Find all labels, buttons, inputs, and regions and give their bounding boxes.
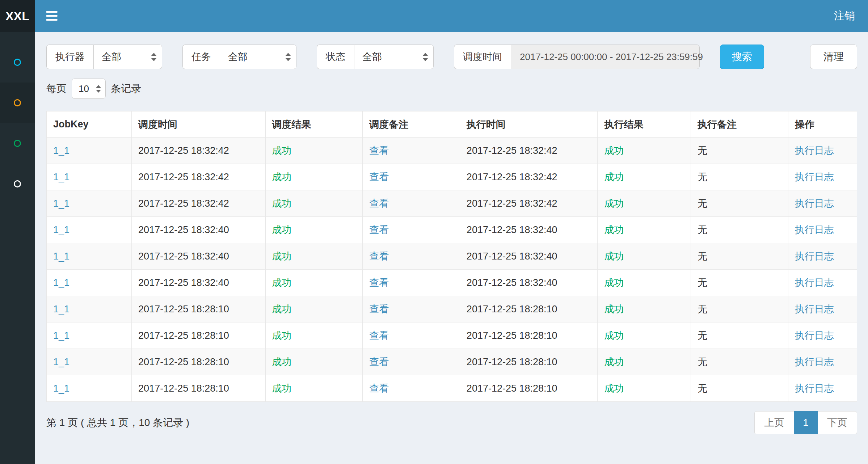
page-size-select[interactable]: 10: [72, 79, 106, 99]
trigger-result-cell: 成功: [272, 383, 292, 394]
status-select[interactable]: 全部: [354, 45, 434, 69]
clear-button[interactable]: 清理: [810, 45, 857, 69]
column-header-1[interactable]: JobKey: [47, 111, 132, 138]
handle-result-cell: 成功: [604, 383, 624, 394]
sidebar-toggle-button[interactable]: [35, 0, 69, 32]
jobkey-link[interactable]: 1_1: [53, 277, 69, 288]
handle-time-cell: 2017-12-25 18:28:10: [467, 383, 557, 394]
handle-result-cell: 成功: [604, 357, 624, 367]
sidebar-item-4[interactable]: [0, 164, 35, 204]
job-label: 任务: [182, 45, 220, 69]
schedule-time-label: 调度时间: [454, 45, 511, 69]
table-row: 1_12017-12-25 18:32:40成功查看2017-12-25 18:…: [47, 217, 857, 243]
handle-msg-cell: 无: [698, 383, 707, 394]
jobkey-link[interactable]: 1_1: [53, 198, 69, 209]
trigger-time-cell: 2017-12-25 18:28:10: [138, 357, 229, 367]
trigger-result-cell: 成功: [272, 330, 292, 341]
jobkey-link[interactable]: 1_1: [53, 330, 69, 341]
handle-msg-cell: 无: [698, 304, 707, 315]
handle-time-cell: 2017-12-25 18:28:10: [467, 357, 557, 367]
handle-time-cell: 2017-12-25 18:32:40: [467, 277, 557, 288]
handle-time-cell: 2017-12-25 18:32:42: [467, 198, 557, 209]
trigger-result-cell: 成功: [272, 251, 292, 262]
trigger-result-cell: 成功: [272, 198, 292, 209]
handle-msg-cell: 无: [698, 224, 707, 235]
trigger-msg-link[interactable]: 查看: [369, 172, 389, 182]
column-header-8[interactable]: 操作: [788, 111, 857, 138]
trigger-time-cell: 2017-12-25 18:28:10: [138, 383, 229, 394]
jobkey-link[interactable]: 1_1: [53, 383, 69, 394]
execution-log-link[interactable]: 执行日志: [795, 304, 834, 315]
schedule-time-value: 2017-12-25 00:00:00 - 2017-12-25 23:59:5…: [520, 51, 703, 63]
table-row: 1_12017-12-25 18:28:10成功查看2017-12-25 18:…: [47, 349, 857, 375]
trigger-time-cell: 2017-12-25 18:32:40: [138, 224, 229, 235]
trigger-time-cell: 2017-12-25 18:32:42: [138, 145, 229, 156]
trigger-msg-link[interactable]: 查看: [369, 198, 389, 209]
log-table-body: 1_12017-12-25 18:32:42成功查看2017-12-25 18:…: [47, 138, 857, 402]
sidebar-item-3[interactable]: [0, 123, 35, 164]
table-row: 1_12017-12-25 18:32:40成功查看2017-12-25 18:…: [47, 243, 857, 270]
hamburger-icon: [46, 15, 58, 17]
execution-log-link[interactable]: 执行日志: [795, 145, 834, 156]
sidebar-item-1[interactable]: [0, 42, 35, 83]
column-header-7[interactable]: 执行备注: [691, 111, 788, 138]
handle-msg-cell: 无: [698, 172, 707, 182]
executor-filter-group: 执行器 全部: [46, 45, 162, 69]
execution-log-link[interactable]: 执行日志: [795, 383, 834, 394]
log-table-header-row: JobKey调度时间调度结果调度备注执行时间执行结果执行备注操作: [47, 111, 857, 138]
trigger-msg-link[interactable]: 查看: [369, 357, 389, 367]
jobkey-link[interactable]: 1_1: [53, 224, 69, 235]
handle-result-cell: 成功: [604, 172, 624, 182]
execution-log-link[interactable]: 执行日志: [795, 172, 834, 182]
jobkey-link[interactable]: 1_1: [53, 357, 69, 367]
status-select-value: 全部: [362, 50, 382, 63]
trigger-msg-link[interactable]: 查看: [369, 330, 389, 341]
logout-link[interactable]: 注销: [821, 0, 868, 32]
job-filter-group: 任务 全部: [182, 45, 296, 69]
trigger-msg-link[interactable]: 查看: [369, 251, 389, 262]
column-header-3[interactable]: 调度结果: [265, 111, 363, 138]
brand-logo[interactable]: XXL: [0, 0, 35, 32]
search-button[interactable]: 搜索: [720, 45, 764, 69]
filter-bar: 执行器 全部 任务 全部 状态 全部 调度时间 2017-12-25 00:00…: [46, 45, 857, 69]
executor-label: 执行器: [46, 45, 93, 69]
trigger-time-cell: 2017-12-25 18:28:10: [138, 304, 229, 315]
trigger-msg-link[interactable]: 查看: [369, 224, 389, 235]
column-header-4[interactable]: 调度备注: [363, 111, 460, 138]
handle-time-cell: 2017-12-25 18:28:10: [467, 304, 557, 315]
execution-log-link[interactable]: 执行日志: [795, 198, 834, 209]
schedule-time-input[interactable]: 2017-12-25 00:00:00 - 2017-12-25 23:59:5…: [511, 45, 700, 69]
trigger-msg-link[interactable]: 查看: [369, 145, 389, 156]
circle-icon: [14, 99, 21, 106]
page-number-button[interactable]: 1: [794, 411, 818, 434]
trigger-result-cell: 成功: [272, 172, 292, 182]
jobkey-link[interactable]: 1_1: [53, 172, 69, 182]
executor-select[interactable]: 全部: [93, 45, 162, 69]
job-select[interactable]: 全部: [220, 45, 296, 69]
jobkey-link[interactable]: 1_1: [53, 251, 69, 262]
column-header-6[interactable]: 执行结果: [598, 111, 691, 138]
execution-log-link[interactable]: 执行日志: [795, 357, 834, 367]
handle-msg-cell: 无: [698, 330, 707, 341]
jobkey-link[interactable]: 1_1: [53, 145, 69, 156]
prev-page-button[interactable]: 上页: [754, 411, 794, 434]
trigger-msg-link[interactable]: 查看: [369, 277, 389, 288]
execution-log-link[interactable]: 执行日志: [795, 251, 834, 262]
next-page-button[interactable]: 下页: [817, 411, 857, 434]
execution-log-link[interactable]: 执行日志: [795, 224, 834, 235]
execution-log-link[interactable]: 执行日志: [795, 277, 834, 288]
execution-log-link[interactable]: 执行日志: [795, 330, 834, 341]
column-header-5[interactable]: 执行时间: [460, 111, 598, 138]
jobkey-link[interactable]: 1_1: [53, 304, 69, 315]
handle-result-cell: 成功: [604, 330, 624, 341]
trigger-msg-link[interactable]: 查看: [369, 304, 389, 315]
column-header-2[interactable]: 调度时间: [132, 111, 265, 138]
page-size-row: 每页 10 条记录: [46, 79, 857, 99]
log-table: JobKey调度时间调度结果调度备注执行时间执行结果执行备注操作 1_12017…: [46, 111, 857, 402]
trigger-time-cell: 2017-12-25 18:32:40: [138, 277, 229, 288]
trigger-msg-link[interactable]: 查看: [369, 383, 389, 394]
executor-select-value: 全部: [102, 50, 121, 63]
circle-icon: [14, 180, 21, 187]
sidebar-item-2[interactable]: [0, 83, 35, 123]
handle-msg-cell: 无: [698, 145, 707, 156]
